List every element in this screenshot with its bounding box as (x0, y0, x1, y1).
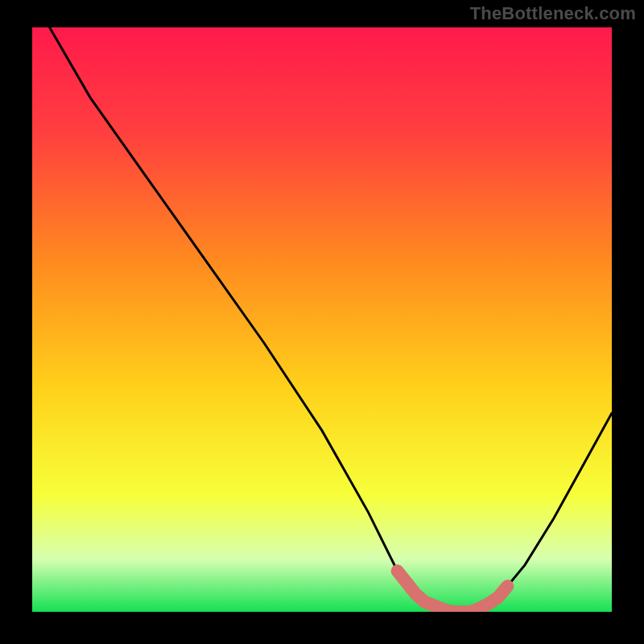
chart-frame: TheBottleneck.com (0, 0, 644, 644)
bottleneck-curve-chart (32, 27, 612, 612)
attribution-label: TheBottleneck.com (470, 3, 636, 24)
heat-gradient (32, 27, 612, 612)
